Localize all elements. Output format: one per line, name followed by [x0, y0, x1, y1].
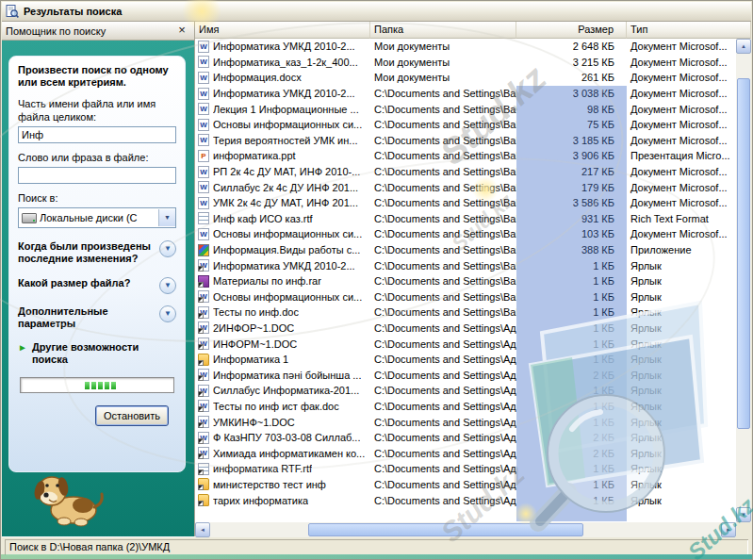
table-row[interactable]: Информация.Виды работы с...C:\Documents …	[195, 242, 736, 258]
table-row[interactable]: WУМКИНФ~1.DOCC:\Documents and Settings\А…	[195, 414, 736, 430]
section-size-label: Какой размер файла?	[18, 277, 159, 289]
expand-size-button[interactable]: ▼	[159, 277, 176, 294]
file-folder: C:\Documents and Settings\Адм...	[370, 354, 516, 365]
table-row[interactable]: Pинформатика.pptC:\Documents and Setting…	[195, 148, 736, 164]
table-row[interactable]: WСиллабус Информатика-201...C:\Documents…	[195, 383, 736, 399]
table-row[interactable]: WИнформация.docxМои документы261 КБДокум…	[195, 70, 736, 86]
table-row[interactable]: Инф каф ИСО каз.rtfC:\Documents and Sett…	[195, 211, 736, 227]
table-row[interactable]: WТесты по инф ист фак.docC:\Documents an…	[195, 399, 736, 415]
green-arrow-icon: ►	[18, 341, 27, 354]
word-file-icon: W	[198, 259, 209, 272]
word-file-icon: W	[198, 72, 209, 84]
file-folder: C:\Documents and Settings\Адм...	[370, 322, 516, 334]
table-row[interactable]: тарих информатикаC:\Documents and Settin…	[195, 492, 736, 508]
title-bar[interactable]: Результаты поиска	[2, 2, 751, 22]
word-file-icon: W	[198, 134, 209, 146]
column-header-folder[interactable]: Папка	[370, 22, 516, 39]
expand-advanced-button[interactable]: ▼	[159, 305, 176, 322]
table-row[interactable]: WЛекция 1 Информационные ...C:\Documents…	[195, 101, 736, 117]
file-size: 1 КБ	[516, 306, 627, 318]
table-row[interactable]: WТерия вероятностей УМК ин...C:\Document…	[195, 133, 736, 149]
file-name: РП 2к 4с ДУ МАТ, ИНФ 2010-...	[213, 166, 360, 177]
file-type: Документ Microsof...	[627, 41, 736, 52]
table-row[interactable]: WОсновы информационных си...C:\Documents…	[195, 289, 736, 305]
puppy-mascot-image[interactable]	[28, 468, 107, 528]
column-header-size[interactable]: Размер	[516, 22, 627, 39]
table-row[interactable]: Материалы по инф.rarC:\Documents and Set…	[195, 273, 736, 289]
table-row[interactable]: WИнформатика УМКД 2010-2...C:\Documents …	[195, 257, 736, 273]
horizontal-scrollbar[interactable]: ◄ ►	[195, 522, 736, 537]
file-size: 1 КБ	[516, 338, 627, 350]
shortcut-arrow-icon	[198, 501, 204, 506]
table-row[interactable]: Информатика 1C:\Documents and Settings\А…	[195, 352, 736, 368]
column-header-type[interactable]: Тип	[627, 22, 751, 39]
search-location-dropdown[interactable]: Локальные диски (C ▼	[18, 207, 176, 228]
status-text: Поиск в D:\Новая папка (2)\УМКД	[5, 539, 748, 555]
table-row[interactable]: WИнформатика_каз_1-2к_400...Мои документ…	[195, 55, 736, 71]
phrase-input[interactable]	[18, 167, 176, 184]
search-location-value: Локальные диски (C	[40, 209, 158, 226]
ppt-file-icon: P	[198, 150, 209, 162]
word-file-icon: W	[198, 56, 209, 68]
other-search-options-link[interactable]: ► Другие возможности поиска	[18, 341, 176, 366]
table-row[interactable]: WИНФОРМ~1.DOCC:\Documents and Settings\А…	[195, 336, 736, 352]
table-row[interactable]: WРП 2к 4с ДУ МАТ, ИНФ 2010-...C:\Documen…	[195, 164, 736, 180]
section-date-modified: Когда были произведены последние изменен…	[18, 240, 176, 265]
table-row[interactable]: WОсновы информационных си...C:\Documents…	[195, 117, 736, 133]
file-folder: C:\Documents and Settings\Bah...	[370, 88, 516, 99]
app-file-icon	[198, 244, 209, 256]
table-row[interactable]: WОсновы информационных си...C:\Documents…	[195, 226, 736, 242]
column-header-name[interactable]: Имя	[195, 22, 370, 39]
filename-input[interactable]	[18, 126, 176, 143]
vertical-scrollbar-thumb[interactable]	[737, 78, 750, 429]
file-name: министерство тест инф	[213, 479, 326, 490]
shortcut-arrow-icon	[198, 391, 204, 397]
file-name: информатика.ppt	[213, 150, 296, 161]
scroll-up-icon[interactable]: ▲	[736, 39, 751, 54]
table-row[interactable]: WТесты по инф.docC:\Documents and Settin…	[195, 305, 736, 321]
word-file-icon: W	[198, 41, 209, 53]
file-type: Rich Text Format	[627, 213, 736, 224]
chevron-down-icon[interactable]: ▼	[158, 209, 175, 226]
file-type: Ярлык	[627, 291, 736, 303]
table-row[interactable]: WХимиада информатикамен ко...C:\Document…	[195, 445, 736, 461]
search-results-window: Результаты поиска Помощник по поиску × П…	[0, 0, 753, 560]
file-name: Ф КазНПУ 703-03-08 Силлаб...	[213, 432, 360, 443]
horizontal-scrollbar-thumb[interactable]	[308, 523, 583, 536]
scroll-down-icon[interactable]: ▼	[736, 507, 751, 522]
scroll-right-icon[interactable]: ►	[721, 522, 736, 537]
file-size: 1 КБ	[516, 354, 627, 365]
table-row[interactable]: WУМК 2к 4с ДУ МАТ, ИНФ 201...C:\Document…	[195, 195, 736, 211]
table-row[interactable]: информатика RTF.rtfC:\Documents and Sett…	[195, 461, 736, 477]
file-type: Документ Microsof...	[627, 57, 736, 68]
phrase-label: Слово или фраза в файле:	[18, 152, 176, 164]
close-icon[interactable]: ×	[173, 23, 190, 39]
table-row[interactable]: министерство тест инфC:\Documents and Se…	[195, 477, 736, 493]
table-row[interactable]: WСиллабус 2к 4с ДУ ИНФ 201...C:\Document…	[195, 179, 736, 195]
file-type: Ярлык	[627, 495, 736, 506]
shortcut-arrow-icon	[198, 422, 204, 428]
table-row[interactable]: WИнформатика УМКД 2010-2...Мои документы…	[195, 39, 736, 55]
page-title: Результаты поиска	[24, 6, 122, 17]
expand-date-button[interactable]: ▼	[159, 240, 176, 257]
table-row[interactable]: WИнформатика пәні бойынша ...C:\Document…	[195, 367, 736, 383]
file-name: тарих информатика	[213, 495, 308, 506]
stop-button[interactable]: Остановить	[95, 405, 169, 426]
file-name: Информатика УМКД 2010-2...	[213, 260, 355, 272]
shortcut-arrow-icon	[198, 360, 204, 366]
table-row[interactable]: WИнформатика УМКД 2010-2...C:\Documents …	[195, 86, 736, 102]
file-size: 261 КБ	[516, 72, 627, 83]
scroll-left-icon[interactable]: ◄	[195, 522, 210, 537]
file-folder: C:\Documents and Settings\Адм...	[370, 370, 516, 381]
table-row[interactable]: WФ КазНПУ 703-03-08 Силлаб...C:\Document…	[195, 430, 736, 446]
file-name: Силлабус Информатика-201...	[213, 385, 359, 396]
vertical-scrollbar[interactable]: ▲ ▼	[736, 39, 751, 522]
file-folder: C:\Documents and Settings\Bah...	[370, 166, 516, 177]
word-file-icon: W	[198, 228, 209, 240]
table-row[interactable]: W2ИНФОР~1.DOCC:\Documents and Settings\А…	[195, 321, 736, 337]
word-file-icon: W	[198, 197, 209, 209]
file-folder: C:\Documents and Settings\Адм...	[370, 432, 516, 443]
file-folder: C:\Documents and Settings\Bah...	[370, 306, 516, 318]
word-file-icon: W	[198, 416, 209, 428]
file-size: 75 КБ	[516, 119, 627, 130]
